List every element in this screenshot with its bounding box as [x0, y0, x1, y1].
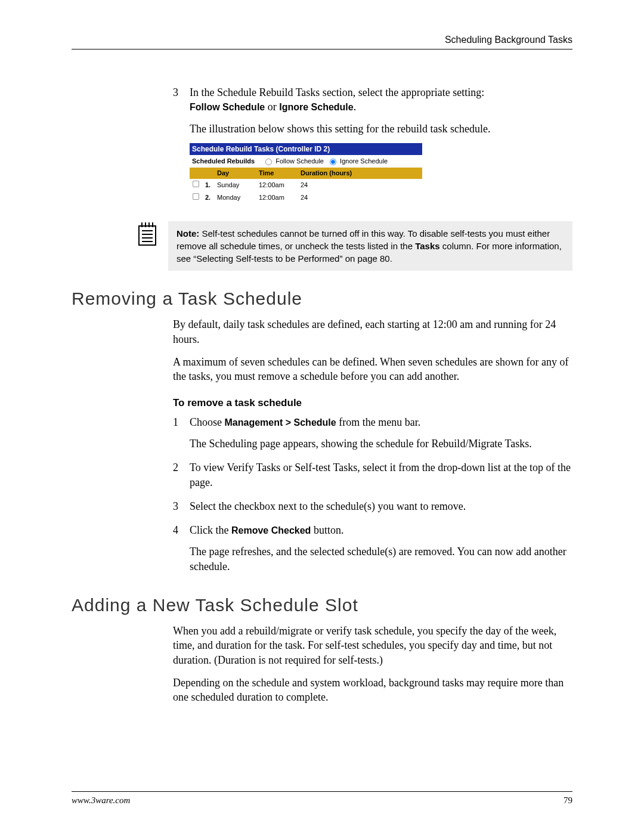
period: . [354, 101, 357, 113]
removing-p1: By default, daily task schedules are def… [173, 317, 572, 346]
note-bold-tasks: Tasks [415, 241, 439, 251]
step-body: Select the checkbox next to the schedule… [190, 499, 572, 521]
schedule-title: Schedule Rebuild Tasks (Controller ID 2) [190, 143, 422, 155]
s2-text: To view Verify Tasks or Self-test Tasks,… [190, 460, 572, 490]
row-checkbox[interactable] [193, 193, 199, 200]
option-ignore: Ignore Schedule [279, 102, 353, 112]
row-duration: 24 [298, 192, 422, 203]
adding-body: When you add a rebuild/migrate or verify… [173, 624, 572, 704]
step-number: 3 [173, 499, 190, 521]
scheduled-rebuilds-label: Scheduled Rebuilds [192, 157, 255, 165]
heading-removing: Removing a Task Schedule [72, 289, 572, 309]
s3-text: Select the checkbox next to the schedule… [190, 499, 572, 513]
step-body: Choose Management > Schedule from the me… [190, 415, 572, 459]
radio-ignore-label: Ignore Schedule [340, 157, 388, 165]
footer-url: www.3ware.com [72, 795, 130, 806]
heading-adding: Adding a New Task Schedule Slot [72, 595, 572, 615]
step-3-block: 3 In the Schedule Rebuild Tasks section,… [173, 85, 572, 214]
s4-a: Click the [190, 524, 231, 536]
page-number: 79 [564, 795, 572, 806]
remove-step-4: 4 Click the Remove Checked button. The p… [173, 523, 572, 581]
note-box: Note: Self-test schedules cannot be turn… [168, 221, 572, 271]
radio-follow-label: Follow Schedule [275, 157, 324, 165]
step-number: 3 [173, 85, 190, 214]
col-day: Day [215, 168, 256, 179]
note-label: Note: [177, 228, 199, 239]
conj-or: or [265, 101, 279, 113]
row-time: 12:00am [256, 179, 298, 191]
col-time: Time [256, 168, 298, 179]
page-header: Scheduling Background Tasks [72, 35, 572, 49]
note-block: Note: Self-test schedules cannot be turn… [137, 221, 572, 271]
page: Scheduling Background Tasks 3 In the Sch… [0, 0, 644, 833]
remove-step-1: 1 Choose Management > Schedule from the … [173, 415, 572, 459]
row-index: 2. [203, 192, 215, 203]
remove-step-2: 2 To view Verify Tasks or Self-test Task… [173, 460, 572, 497]
row-day: Sunday [215, 179, 256, 191]
s4-result: The page refreshes, and the selected sch… [190, 544, 572, 574]
s4-c: button. [311, 524, 343, 536]
s1-a: Choose [190, 416, 225, 428]
radio-follow[interactable]: Follow Schedule [261, 157, 324, 165]
adding-p2: Depending on the schedule and system wor… [173, 676, 572, 705]
row-time: 12:00am [256, 192, 298, 203]
schedule-header-row: Day Time Duration (hours) [190, 168, 422, 179]
page-footer: www.3ware.com 79 [72, 791, 572, 806]
remove-checked-label: Remove Checked [231, 525, 311, 535]
step-text: In the Schedule Rebuild Tasks section, s… [190, 86, 484, 98]
row-duration: 24 [298, 179, 422, 191]
schedule-controls: Scheduled Rebuilds Follow Schedule Ignor… [190, 155, 422, 168]
row-checkbox[interactable] [193, 181, 199, 187]
col-duration: Duration (hours) [298, 168, 422, 179]
schedule-illustration: Schedule Rebuild Tasks (Controller ID 2)… [190, 143, 422, 204]
step-body: Click the Remove Checked button. The pag… [190, 523, 572, 581]
subhead-remove: To remove a task schedule [173, 397, 572, 409]
adding-p1: When you add a rebuild/migrate or verify… [173, 624, 572, 667]
row-index: 1. [203, 179, 215, 191]
illustration-caption: The illustration below shows this settin… [190, 122, 572, 136]
step-body: To view Verify Tasks or Self-test Tasks,… [190, 460, 572, 497]
remove-step-3: 3 Select the checkbox next to the schedu… [173, 499, 572, 521]
step-3: 3 In the Schedule Rebuild Tasks section,… [173, 85, 572, 214]
schedule-row: 2. Monday 12:00am 24 [190, 191, 422, 204]
svg-rect-0 [139, 226, 156, 245]
option-follow: Follow Schedule [190, 102, 265, 112]
step-body: In the Schedule Rebuild Tasks section, s… [190, 85, 572, 214]
step-number: 2 [173, 460, 190, 497]
schedule-row: 1. Sunday 12:00am 24 [190, 179, 422, 191]
row-day: Monday [215, 192, 256, 203]
notepad-icon [137, 221, 157, 246]
step-number: 4 [173, 523, 190, 581]
radio-ignore[interactable]: Ignore Schedule [326, 157, 388, 165]
removing-body: By default, daily task schedules are def… [173, 317, 572, 581]
removing-p2: A maximum of seven schedules can be defi… [173, 355, 572, 384]
step-number: 1 [173, 415, 190, 459]
menu-path: Management > Schedule [225, 417, 336, 428]
s1-result: The Scheduling page appears, showing the… [190, 436, 572, 451]
s1-c: from the menu bar. [336, 416, 420, 428]
